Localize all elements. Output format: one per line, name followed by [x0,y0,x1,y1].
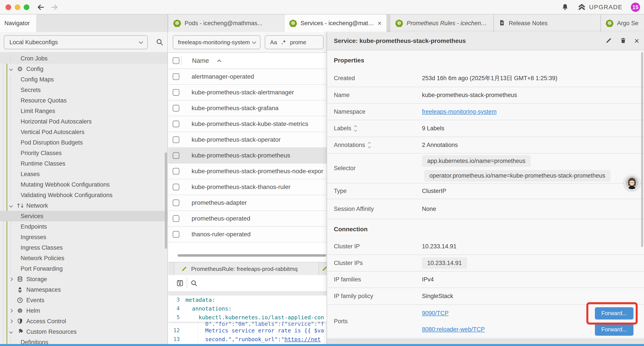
sort-updown-icon[interactable] [354,126,357,131]
row-checkbox[interactable] [173,73,179,80]
editor-tab-prometheusrule[interactable]: PrometheusRule: freeleaps-prod-rabbitmq [174,262,319,276]
sidebar-item-secrets[interactable]: Secrets [0,85,168,95]
tab-navigator[interactable]: Navigator [0,14,36,32]
close-tab-icon[interactable]: × [378,20,382,27]
row-checkbox[interactable] [173,184,179,190]
row-checkbox[interactable] [173,168,179,175]
horizontal-scrollbar[interactable] [178,254,326,257]
chevron-right-icon[interactable] [9,309,13,313]
chevron-none-icon[interactable] [10,288,12,291]
yaml-editor[interactable]: 3metadata:4 annotations:5 kubectl.kubern… [168,296,326,346]
sidebar-item-config-maps[interactable]: Config Maps [0,74,168,85]
regex-toggle[interactable]: .* [282,39,286,46]
sidebar-item-mutating-webhook-configurations[interactable]: Mutating Webhook Configurations [0,179,168,190]
edit-button[interactable] [606,37,612,45]
sidebar-item-events[interactable]: Events [0,295,168,306]
table-row-prometheus-adapter[interactable]: prometheus-adapter [168,195,326,211]
sidebar-item-runtime-classes[interactable]: Runtime Classes [0,158,168,169]
table-row-prometheus-operated[interactable]: prometheus-operated [168,211,326,227]
editor-tab-next[interactable] [319,262,326,275]
bell-icon[interactable] [561,3,569,11]
chevron-down-icon[interactable] [9,204,13,208]
table-row-kube-prometheus-stack-kube-state-metrics[interactable]: kube-prometheus-stack-kube-state-metrics [168,116,326,132]
forward-button[interactable]: Forward... [595,324,634,336]
sidebar-item-config[interactable]: ⚙Config [0,64,168,74]
sidebar-item-cron-jobs[interactable]: Cron Jobs [0,53,168,64]
row-checkbox[interactable] [173,200,179,206]
table-row-kube-prometheus-stack-operator[interactable]: kube-prometheus-stack-operator [168,132,326,148]
back-button[interactable] [37,3,45,11]
sidebar-item-ingress-classes[interactable]: Ingress Classes [0,242,168,253]
select-all-checkbox[interactable] [173,57,179,64]
property-value-link[interactable]: freeleaps-monitoring-system [422,108,497,115]
tab-release-notes[interactable]: Release Notes [494,14,600,32]
sidebar-item-leases[interactable]: Leases [0,169,168,179]
chevron-right-icon[interactable] [9,278,13,281]
table-row-thanos-ruler-operated[interactable]: thanos-ruler-operated [168,227,326,242]
row-checkbox[interactable] [173,89,179,96]
tab-argo-se[interactable]: ☸Argo Se [600,14,644,32]
sidebar-item-storage[interactable]: Storage [0,274,168,285]
forward-button[interactable] [50,3,58,11]
tab-prometheus-rules-icecheng[interactable]: ☸Prometheus Rules - icecheng... [390,14,494,32]
table-row-kube-prometheus-stack-grafana[interactable]: kube-prometheus-stack-grafana [168,100,326,116]
sidebar-item-port-forwarding[interactable]: Port Forwarding [0,264,168,274]
sidebar-item-custom-resources[interactable]: Custom Resources [0,327,168,337]
sidebar-item-resource-quotas[interactable]: Resource Quotas [0,95,168,106]
row-checkbox[interactable] [173,105,179,111]
sidebar-item-horizontal-pod-autoscalers[interactable]: Horizontal Pod Autoscalers [0,116,168,127]
sidebar-scrollbar[interactable] [165,152,167,249]
chevron-down-icon[interactable] [9,330,13,334]
match-case-toggle[interactable]: Aa [270,39,277,46]
traffic-light-minimize-button[interactable] [15,4,20,10]
property-row-labels: Labels9 Labels [327,120,644,137]
sidebar-item-helm[interactable]: ☸Helm [0,306,168,316]
editor-search-button[interactable] [190,280,198,287]
sort-ascending-icon[interactable] [217,59,221,63]
traffic-light-zoom-button[interactable] [24,4,29,10]
table-row-kube-prometheus-stack-prometheus[interactable]: kube-prometheus-stack-prometheus [168,148,326,164]
traffic-light-close-button[interactable] [6,4,11,10]
row-checkbox[interactable] [173,152,179,159]
chevron-right-icon[interactable] [9,320,13,323]
port-link[interactable]: 9090/TCP [422,310,449,317]
sidebar-item-validating-webhook-configurations[interactable]: Validating Webhook Configurations [0,190,168,200]
row-checkbox[interactable] [173,231,179,238]
sidebar-item-access-control[interactable]: Access Control [0,316,168,327]
sidebar-item-namespaces[interactable]: Namespaces [0,285,168,295]
kubeconfig-selector[interactable]: Local Kubeconfigs [4,35,148,49]
sidebar-item-ingresses[interactable]: Ingresses [0,232,168,242]
sidebar-item-pod-disruption-budgets[interactable]: Pod Disruption Budgets [0,137,168,148]
sort-updown-icon[interactable] [368,142,370,148]
sidebar-item-vertical-pod-autoscalers[interactable]: Vertical Pod Autoscalers [0,127,168,137]
name-column-header[interactable]: Name [192,57,209,64]
upgrade-button[interactable]: UPGRADE [577,3,622,11]
port-link[interactable]: 8080:reloader-web/TCP [422,326,485,333]
sidebar-item-endpoints[interactable]: Endpoints [0,221,168,232]
row-checkbox[interactable] [173,136,179,143]
sidebar-item-services[interactable]: Services [0,211,168,221]
tab-services-icecheng-math[interactable]: ☸Services - icecheng@math...× [284,14,386,32]
table-row-kube-prometheus-stack-alertmanager[interactable]: kube-prometheus-stack-alertmanager [168,85,326,100]
table-row-alertmanager-operated[interactable]: alertmanager-operated [168,69,326,85]
sidebar-item-network-policies[interactable]: Network Policies [0,253,168,264]
table-row-kube-prometheus-stack-prometheus-node-ex[interactable]: kube-prometheus-stack-prometheus-node-ex… [168,164,326,179]
row-checkbox[interactable] [173,121,179,127]
row-checkbox[interactable] [173,215,179,222]
tab-pods-icecheng-mathmas[interactable]: ☸Pods - icecheng@mathmas... [168,14,284,32]
save-button[interactable] [176,280,184,287]
sidebar-item-limit-ranges[interactable]: Limit Ranges [0,106,168,116]
table-row-kube-prometheus-stack-thanos-ruler[interactable]: kube-prometheus-stack-thanos-ruler [168,179,326,195]
close-icon[interactable]: × [634,37,639,45]
details-scrollbar[interactable] [641,52,643,247]
namespace-selector[interactable]: freeleaps-monitoring-system [173,35,260,49]
sidebar-search-icon[interactable] [156,38,164,46]
delete-button[interactable] [620,37,626,45]
notification-badge[interactable]: 15 [631,3,640,12]
sidebar-item-network[interactable]: ↑↓Network [0,200,168,211]
chevron-down-icon[interactable] [9,67,13,71]
sidebar-item-priority-classes[interactable]: Priority Classes [0,148,168,158]
chevron-none-icon[interactable] [10,299,12,302]
avatar[interactable] [624,175,640,191]
name-search-input[interactable]: Aa .* prome [265,35,324,49]
